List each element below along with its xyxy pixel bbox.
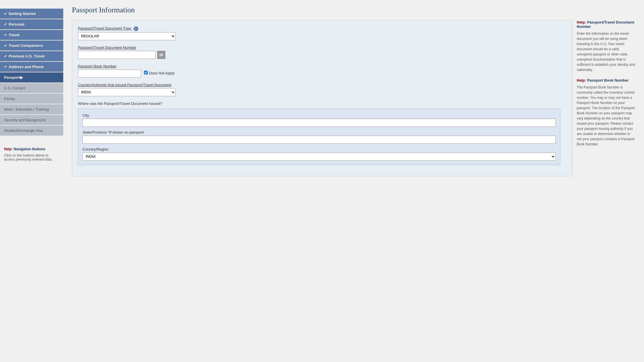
page-title: Passport Information [72,6,635,14]
issuing-country-group: Country/Authority that Issued Passport/T… [78,83,560,96]
check-icon: ✔ [4,65,7,69]
doc-type-label: Passport/Travel Document Type i [78,26,560,31]
sidebar-help-label: Help: [4,147,13,151]
book-number-input[interactable] [78,70,141,78]
book-number-label: Passport Book Number [78,64,560,68]
svg-rect-0 [160,54,163,54]
scan-icon[interactable] [157,51,165,59]
sidebar-item-passport[interactable]: Passport▶ [0,72,63,82]
sidebar: ✔Getting Started✔Personal✔Travel✔Travel … [0,0,63,362]
check-icon: ✔ [4,54,7,58]
country-region-label: Country/Region [83,147,556,151]
svg-rect-1 [160,55,163,55]
sidebar-help-title: Help: Navigation Buttons [4,147,59,151]
doc-type-select[interactable]: REGULAROFFICIALDIPLOMATICOTHER [78,32,176,40]
help-label-1: Help: [577,20,586,24]
does-not-apply-label: Does Not Apply [144,71,175,75]
sidebar-item-work-education-training[interactable]: Work / Education / Training [0,104,63,114]
city-input[interactable] [83,119,556,127]
help-topic-2: Passport Book Number [587,78,628,82]
issued-where-group: Where was the Passport/Travel Document I… [78,101,560,165]
issued-where-title: Where was the Passport/Travel Document I… [78,101,560,106]
help-block-2: Help: Passport Book Number The Passport … [577,78,635,147]
sidebar-item-travel-companions[interactable]: ✔Travel Companions [0,41,63,51]
help-block-1: Help: Passport/Travel Document Number En… [577,20,635,72]
sidebar-item-family[interactable]: Family [0,94,63,104]
sidebar-item-getting-started[interactable]: ✔Getting Started [0,9,63,19]
sidebar-item-previous-us-travel[interactable]: ✔Previous U.S. Travel [0,51,63,61]
check-icon: ✔ [4,44,7,48]
check-icon: ✔ [4,33,7,37]
doc-number-group: Passport/Travel Document Number [78,45,560,59]
sidebar-item-address-and-phone[interactable]: ✔Address and Phone [0,62,63,72]
sidebar-help-body: Click on the buttons above to access pre… [4,153,59,161]
sidebar-help: Help: Navigation Buttons Click on the bu… [0,144,63,164]
help-heading-1: Help: Passport/Travel Document Number [577,20,635,29]
sidebar-item-label: Getting Started [9,11,36,16]
state-input[interactable] [83,136,556,144]
sidebar-item-label: Previous U.S. Travel [9,54,45,58]
state-label: State/Province *If shown on passport [83,130,556,134]
does-not-apply-checkbox[interactable] [144,71,148,74]
doc-type-group: Passport/Travel Document Type i REGULARO… [78,26,560,40]
book-number-group: Passport Book Number Does Not Apply [78,64,560,78]
sidebar-item-label: Address and Phone [9,65,44,69]
form-section: Passport/Travel Document Type i REGULARO… [78,26,566,165]
sidebar-item-label: Personal [9,22,24,26]
sidebar-item-us-contact[interactable]: U.S. Contact [0,83,63,93]
help-label-2: Help: [577,78,586,82]
form-panel: Passport/Travel Document Type i REGULARO… [72,20,572,176]
sidebar-item-label: U.S. Contact [4,86,25,90]
doc-number-row [78,51,560,59]
sidebar-item-security-background[interactable]: Security and Background [0,115,63,125]
help-body-1: Enter the information on the travel docu… [577,31,635,72]
sidebar-item-travel[interactable]: ✔Travel [0,30,63,40]
city-label: City [83,113,556,118]
sidebar-item-label: Work / Education / Training [4,107,49,111]
sidebar-item-label: Family [4,97,15,101]
sidebar-item-label: Student/Exchange Visa [4,128,43,133]
issuing-country-select[interactable]: INDIAUNITED STATESUNITED KINGDOMCHINAOTH… [78,88,176,96]
help-heading-2: Help: Passport Book Number [577,78,635,82]
sidebar-item-label: Travel [9,33,20,37]
sidebar-help-topic: Navigation Buttons [14,147,45,151]
book-number-row: Does Not Apply [78,70,560,78]
sidebar-item-student-exchange-visa[interactable]: Student/Exchange Visa [0,126,63,136]
check-icon: ✔ [4,12,7,16]
svg-rect-2 [160,55,163,56]
help-body-2: The Passport Book Number is commonly cal… [577,85,635,147]
sidebar-item-label: Passport [4,75,20,80]
sidebar-item-label: Travel Companions [9,43,43,48]
sidebar-item-personal[interactable]: ✔Personal [0,19,63,29]
country-region-select[interactable]: INDIAUNITED STATESUNITED KINGDOMCHINAOTH… [83,153,556,161]
help-section: Help: Passport/Travel Document Number En… [572,20,635,176]
arrow-icon: ▶ [20,75,23,80]
doc-number-input[interactable] [78,51,156,59]
sidebar-item-label: Security and Background [4,118,46,122]
doc-number-label: Passport/Travel Document Number [78,45,560,50]
doc-type-info-icon[interactable]: i [134,26,138,31]
content-row: Passport/Travel Document Type i REGULARO… [72,20,635,176]
main-content: Passport Information Passport/Travel Doc… [63,0,644,362]
issued-where-box: City State/Province *If shown on passpor… [78,109,560,165]
issuing-country-label: Country/Authority that Issued Passport/T… [78,83,560,87]
check-icon: ✔ [4,22,7,26]
